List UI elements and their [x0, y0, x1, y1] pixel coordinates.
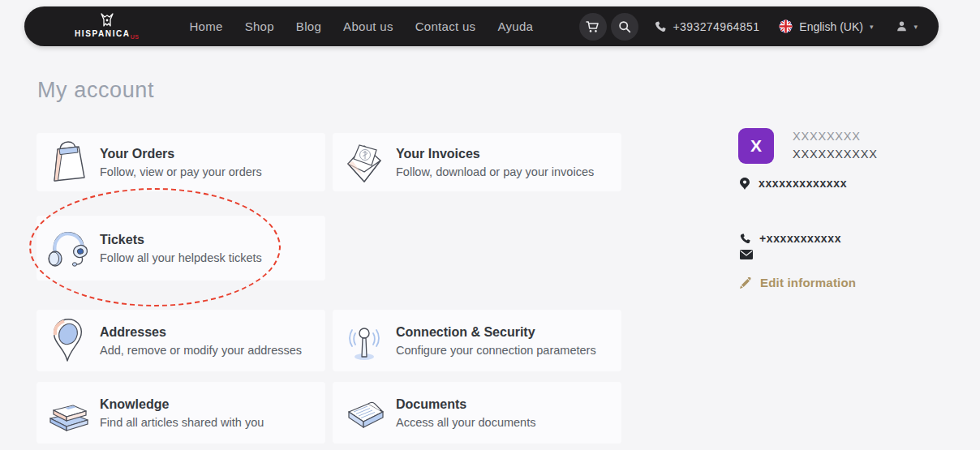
- card-subtitle: Add, remove or modify your addresses: [100, 344, 302, 357]
- card-text: Addresses Add, remove or modify your add…: [100, 325, 302, 357]
- profile-summary: X XXXXXXXX XXXXXXXXXX xxxxxxxxxxxxx +xxx…: [738, 123, 974, 310]
- user-menu[interactable]: ▾: [896, 20, 918, 32]
- card-addresses[interactable]: Addresses Add, remove or modify your add…: [37, 310, 325, 371]
- avatar: X: [738, 128, 774, 164]
- card-subtitle: Follow, view or pay your orders: [100, 165, 262, 178]
- cart-icon: [586, 20, 600, 33]
- pencil-icon: [740, 277, 751, 289]
- card-text: Tickets Follow all your helpdesk tickets: [100, 233, 262, 264]
- profile-name-line1: XXXXXXXX: [793, 130, 878, 143]
- nav-item-blog[interactable]: Blog: [296, 19, 321, 33]
- nav-item-about-us[interactable]: About us: [343, 19, 393, 33]
- profile-phone-row: +xxxxxxxxxxx: [740, 232, 841, 245]
- phone-icon: [740, 234, 750, 244]
- card-your-orders[interactable]: Your Orders Follow, view or pay your ord…: [37, 133, 325, 191]
- edit-information-link[interactable]: Edit information: [740, 276, 856, 289]
- card-text: Documents Access all your documents: [396, 397, 535, 429]
- search-icon: [618, 20, 631, 33]
- search-button[interactable]: [611, 13, 638, 41]
- uk-flag-icon: [779, 19, 793, 33]
- profile-address: xxxxxxxxxxxxx: [759, 177, 847, 190]
- navbar-phone-number: +393274964851: [673, 20, 760, 33]
- main-nav: Home Shop Blog About us Contact us Ayuda: [189, 19, 533, 33]
- nav-item-shop[interactable]: Shop: [245, 19, 274, 33]
- nav-item-ayuda[interactable]: Ayuda: [497, 19, 533, 33]
- edit-information-label: Edit information: [760, 276, 856, 289]
- papers-icon: [333, 392, 396, 433]
- card-subtitle: Find all articles shared with you: [100, 416, 264, 429]
- card-title: Knowledge: [100, 397, 264, 412]
- profile-email-row: [740, 250, 753, 259]
- card-title: Your Invoices: [396, 147, 594, 161]
- card-title: Your Orders: [100, 147, 262, 161]
- map-pin-icon: [37, 317, 100, 364]
- card-subtitle: Access all your documents: [396, 416, 535, 429]
- card-text: Your Orders Follow, view or pay your ord…: [100, 147, 262, 178]
- books-icon: [37, 392, 100, 433]
- nav-item-home[interactable]: Home: [189, 19, 222, 33]
- card-text: Knowledge Find all articles shared with …: [100, 397, 264, 429]
- email-icon: [740, 250, 753, 259]
- card-title: Documents: [396, 397, 535, 412]
- language-label: English (UK): [799, 20, 863, 33]
- card-your-invoices[interactable]: Your Invoices Follow, download or pay yo…: [333, 133, 621, 191]
- invoice-envelope-icon: [333, 139, 396, 185]
- card-documents[interactable]: Documents Access all your documents: [333, 382, 621, 444]
- navbar-right-controls: +393274964851 English (UK) ▾ ▾: [579, 13, 918, 41]
- card-title: Connection & Security: [396, 325, 596, 340]
- card-tickets[interactable]: Tickets Follow all your helpdesk tickets: [37, 216, 325, 281]
- chevron-down-icon: ▾: [870, 23, 874, 31]
- user-icon: [896, 20, 908, 32]
- language-selector[interactable]: English (UK) ▾: [779, 19, 873, 33]
- shopping-bag-icon: [37, 139, 100, 185]
- card-text: Connection & Security Configure your con…: [396, 325, 596, 357]
- card-title: Addresses: [100, 325, 302, 340]
- navbar-phone[interactable]: +393274964851: [655, 20, 760, 33]
- card-title: Tickets: [100, 233, 262, 247]
- profile-name-line2: XXXXXXXXXX: [793, 148, 878, 161]
- card-knowledge[interactable]: Knowledge Find all articles shared with …: [37, 382, 325, 444]
- card-subtitle: Configure your connection parameters: [396, 344, 596, 357]
- location-pin-icon: [740, 178, 750, 190]
- chevron-down-icon: ▾: [913, 23, 918, 31]
- card-subtitle: Follow, download or pay your invoices: [396, 165, 594, 178]
- headset-icon: [37, 226, 100, 270]
- card-text: Your Invoices Follow, download or pay yo…: [396, 147, 594, 178]
- brand-name: HISPANICAUS: [75, 30, 139, 40]
- top-navbar: HISPANICAUS Home Shop Blog About us Cont…: [24, 6, 939, 46]
- phone-icon: [655, 21, 666, 32]
- card-connection-security[interactable]: Connection & Security Configure your con…: [333, 310, 621, 371]
- brand-suffix: US: [131, 34, 140, 40]
- profile-names: XXXXXXXX XXXXXXXXXX: [793, 128, 878, 164]
- cart-button[interactable]: [579, 13, 607, 41]
- profile-head: X XXXXXXXX XXXXXXXXXX: [738, 128, 878, 164]
- brand-emblem-icon: [98, 13, 116, 29]
- brand-logo[interactable]: HISPANICAUS: [75, 13, 139, 40]
- profile-address-row: xxxxxxxxxxxxx: [740, 177, 847, 190]
- page-title: My account: [37, 78, 154, 103]
- antenna-icon: [333, 319, 396, 362]
- profile-phone: +xxxxxxxxxxx: [759, 232, 841, 245]
- nav-item-contact-us[interactable]: Contact us: [415, 19, 476, 33]
- card-subtitle: Follow all your helpdesk tickets: [100, 251, 262, 264]
